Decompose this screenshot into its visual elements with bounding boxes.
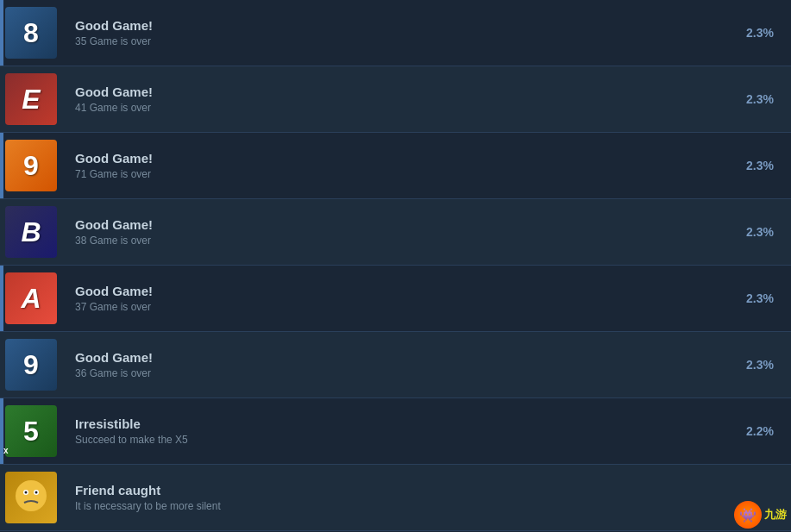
achievement-percent: 2.2%	[746, 424, 791, 438]
achievement-title: Good Game!	[75, 350, 733, 365]
svg-point-3	[25, 491, 28, 494]
achievement-content: Good Game! 71 Game is over	[62, 151, 746, 180]
achievement-list: 8 Good Game! 35 Game is over 2.3% E Good…	[0, 0, 791, 531]
achievement-icon: 9	[0, 133, 62, 199]
achievement-icon: x 5	[0, 398, 62, 465]
achievement-row[interactable]: 9 Good Game! 36 Game is over 2.3%	[0, 332, 791, 398]
achievement-row[interactable]: x 5 Irresistible Succeed to make the X5 …	[0, 398, 791, 465]
icon-badge: 9	[5, 140, 57, 191]
achievement-title: Good Game!	[75, 18, 733, 33]
icon-badge: 9	[5, 339, 57, 391]
achievement-description: It is necessary to be more silent	[75, 500, 735, 512]
achievement-row[interactable]: B Good Game! 38 Game is over 2.3%	[0, 199, 791, 266]
achievement-icon: E	[0, 66, 62, 133]
achievement-title: Friend caught	[75, 483, 735, 498]
icon-label: 9	[23, 150, 39, 182]
icon-badge: x 5	[5, 405, 57, 457]
achievement-content: Good Game! 37 Game is over	[62, 284, 746, 313]
achievement-content: Friend caught It is necessary to be more…	[62, 483, 748, 512]
achievement-content: Good Game! 35 Game is over	[62, 18, 746, 47]
achievement-description: 71 Game is over	[75, 168, 733, 180]
achievement-percent: 2.3%	[746, 291, 791, 305]
achievement-content: Irresistible Succeed to make the X5	[62, 416, 746, 446]
achievement-title: Irresistible	[75, 416, 733, 431]
achievement-row[interactable]: 8 Good Game! 35 Game is over 2.3%	[0, 0, 791, 66]
achievement-description: 35 Game is over	[75, 35, 733, 47]
icon-label: B	[21, 216, 41, 248]
icon-label: 9	[23, 349, 39, 381]
icon-prefix: x	[3, 446, 9, 455]
achievement-description: 36 Game is over	[75, 367, 733, 379]
achievement-percent: 2.3%	[746, 358, 791, 372]
achievement-content: Good Game! 38 Game is over	[62, 217, 746, 247]
icon-label: A	[21, 283, 41, 315]
achievement-row[interactable]: 9 Good Game! 71 Game is over 2.3%	[0, 133, 791, 199]
icon-badge: 8	[5, 7, 57, 59]
achievement-description: 37 Game is over	[75, 301, 733, 313]
achievement-percent: 2.3%	[746, 225, 791, 239]
achievement-icon: B	[0, 199, 62, 266]
achievement-description: 38 Game is over	[75, 235, 733, 247]
achievement-row[interactable]: A Good Game! 37 Game is over 2.3%	[0, 266, 791, 332]
achievement-percent: 2.3%	[746, 159, 791, 172]
icon-label: 8	[23, 17, 39, 49]
achievement-description: 41 Game is over	[75, 102, 733, 114]
face-icon	[9, 475, 53, 520]
achievement-title: Good Game!	[75, 84, 733, 99]
watermark: 👾 九游	[734, 501, 787, 529]
achievement-icon	[0, 465, 62, 531]
achievement-percent: 2.3%	[746, 26, 791, 40]
icon-label: 5	[23, 416, 39, 448]
achievement-icon: 8	[0, 0, 62, 66]
achievement-description: Succeed to make the X5	[75, 434, 733, 446]
icon-badge: E	[5, 73, 57, 125]
svg-point-4	[35, 491, 38, 494]
achievement-icon: 9	[0, 332, 62, 398]
achievement-percent: 2.3%	[746, 92, 791, 106]
achievement-title: Good Game!	[75, 217, 733, 232]
icon-label: E	[22, 84, 40, 116]
icon-badge: B	[5, 206, 57, 258]
achievement-content: Good Game! 36 Game is over	[62, 350, 746, 379]
achievement-content: Good Game! 41 Game is over	[62, 84, 746, 114]
icon-badge: A	[5, 272, 57, 324]
icon-badge	[5, 472, 57, 523]
svg-point-0	[16, 480, 47, 511]
achievement-icon: A	[0, 266, 62, 332]
achievement-title: Good Game!	[75, 151, 733, 166]
achievement-row[interactable]: E Good Game! 41 Game is over 2.3%	[0, 66, 791, 133]
achievement-title: Good Game!	[75, 284, 733, 298]
watermark-logo: 👾	[734, 501, 762, 529]
achievement-row[interactable]: Friend caught It is necessary to be more…	[0, 465, 791, 531]
watermark-label: 九游	[764, 507, 787, 523]
